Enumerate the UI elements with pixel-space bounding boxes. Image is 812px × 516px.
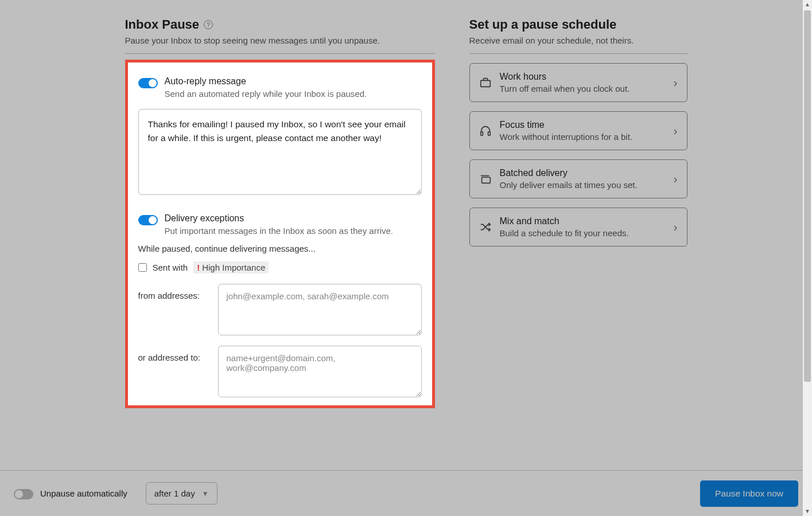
schedule-card-batched-delivery[interactable]: Batched delivery Only deliver emails at … [469,159,687,198]
stack-icon [479,173,492,185]
chevron-right-icon: › [674,221,678,234]
schedule-subtitle: Receive email on your schedule, not thei… [469,36,687,45]
chevron-right-icon: › [674,173,678,186]
card-desc: Turn off email when you clock out. [500,84,666,93]
exclamation-icon: ! [197,263,200,272]
svg-rect-3 [481,177,490,183]
schedule-card-mix-and-match[interactable]: Mix and match Build a schedule to fit yo… [469,208,687,247]
divider [469,53,687,54]
card-title: Mix and match [500,216,666,226]
card-title: Work hours [500,72,666,82]
scroll-up-arrow-icon[interactable]: ▲ [803,0,812,9]
card-desc: Build a schedule to fit your needs. [500,228,666,238]
auto-reply-message-input[interactable] [138,109,422,195]
chevron-right-icon: › [674,124,678,138]
delivery-exceptions-title: Delivery exceptions [165,213,394,224]
scroll-down-arrow-icon[interactable]: ▼ [803,507,812,516]
schedule-card-work-hours[interactable]: Work hours Turn off email when you clock… [469,63,687,102]
caret-down-icon: ▼ [202,490,209,498]
svg-rect-0 [480,80,490,87]
page-subtitle: Pause your Inbox to stop seeing new mess… [125,36,435,45]
unpause-automatically-label: Unpause automatically [40,488,127,498]
delivery-exceptions-toggle[interactable] [138,215,158,225]
svg-rect-1 [480,132,483,135]
vertical-scrollbar[interactable]: ▲ ▼ [803,0,812,516]
auto-reply-toggle[interactable] [138,78,158,88]
chevron-right-icon: › [674,76,678,89]
page-title: Inbox Pause ? [125,17,435,32]
highlighted-panel: Auto-reply message Send an automated rep… [125,60,435,408]
shuffle-icon [479,221,492,233]
sent-with-label: Sent with [153,263,188,272]
auto-reply-desc: Send an automated reply while your Inbox… [165,89,367,99]
delivery-exceptions-desc: Put important messages in the Inbox as s… [165,226,394,236]
continue-delivering-line: While paused, continue delivering messag… [138,244,422,253]
high-importance-checkbox[interactable] [138,263,147,272]
unpause-automatically-toggle[interactable] [14,489,33,499]
pause-inbox-now-button[interactable]: Pause Inbox now [700,480,798,507]
card-desc: Work without interruptions for a bit. [500,132,666,142]
addressed-to-label: or addressed to: [138,346,210,362]
info-icon[interactable]: ? [204,20,213,29]
unpause-delay-dropdown[interactable]: after 1 day ▼ [146,482,217,505]
addressed-to-input[interactable] [218,346,422,397]
card-title: Batched delivery [500,168,666,178]
auto-reply-title: Auto-reply message [165,76,367,87]
schedule-card-focus-time[interactable]: Focus time Work without interruptions fo… [469,111,687,150]
svg-rect-2 [488,132,490,135]
divider [125,53,435,54]
from-addresses-input[interactable] [218,284,422,335]
scrollbar-thumb[interactable] [804,10,811,382]
card-desc: Only deliver emails at times you set. [500,180,666,190]
briefcase-icon [479,76,492,89]
headphones-icon [479,124,492,137]
card-title: Focus time [500,120,666,130]
from-addresses-label: from addresses: [138,284,210,300]
footer-bar: Unpause automatically after 1 day ▼ Paus… [0,470,812,516]
high-importance-badge: !High Importance [193,261,269,273]
schedule-title: Set up a pause schedule [469,17,687,32]
